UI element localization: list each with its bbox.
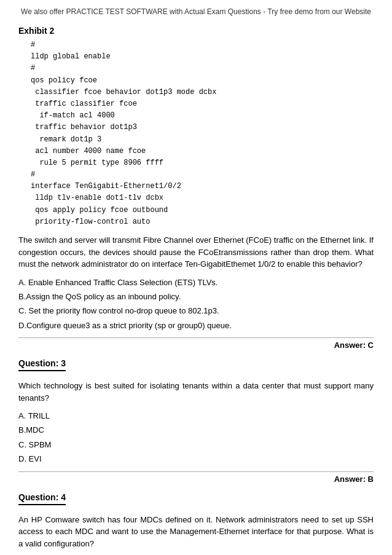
code-line-3: qos policy fcoe — [31, 75, 374, 87]
question3-options: A. TRILL B.MDC C. SPBM D. EVI — [18, 409, 374, 466]
code-line-11: # — [31, 169, 374, 181]
code-line-2: # — [31, 63, 374, 74]
code-line-15: priority-flow-control auto — [31, 216, 374, 228]
question3-header: Question: 3 — [18, 358, 66, 371]
q2-option-a: A. Enable Enhanced Traffic Class Selecti… — [18, 275, 374, 289]
code-line-14: qos apply policy fcoe outbound — [31, 205, 374, 216]
q2-option-b: B.Assign the QoS policy as an inbound po… — [18, 289, 374, 304]
top-banner: We also offer PRACTICE TEST SOFTWARE wit… — [18, 5, 374, 21]
question4-header: Question: 4 — [18, 492, 66, 505]
q3-option-a: A. TRILL — [18, 409, 374, 423]
page-container: We also offer PRACTICE TEST SOFTWARE wit… — [0, 0, 392, 555]
exhibit-label: Exhibit 2 — [18, 26, 374, 36]
banner-text: We also offer PRACTICE TEST SOFTWARE wit… — [21, 7, 371, 16]
code-line-8: remark dot1p 3 — [31, 134, 374, 146]
question4-body: An HP Comware switch has four MDCs defin… — [18, 514, 374, 550]
question2-options: A. Enable Enhanced Traffic Class Selecti… — [18, 275, 374, 333]
question3-answer: Answer: B — [18, 471, 374, 484]
answer2-text: Answer: C — [334, 340, 374, 350]
code-line-6: if-match acl 4000 — [31, 110, 374, 122]
q3-option-c: C. SPBM — [18, 438, 374, 452]
code-line-9: acl number 4000 name fcoe — [31, 146, 374, 157]
code-line-0: # — [31, 39, 374, 51]
code-line-1: lldp global enable — [31, 51, 374, 63]
code-line-12: interface TenGigabit-Ethernet1/0/2 — [31, 181, 374, 192]
question3-body: Which technology is best suited for isol… — [18, 380, 374, 404]
code-line-5: traffic classifier fcoe — [31, 98, 374, 110]
q2-option-d: D.Configure queue3 as a strict priority … — [18, 318, 374, 333]
code-line-7: traffic behavior dot1p3 — [31, 122, 374, 133]
question2-body: The switch and server will transmit Fibr… — [18, 234, 374, 270]
q3-option-d: D. EVI — [18, 452, 374, 466]
code-line-4: classifier fcoe behavior dot1p3 mode dcb… — [31, 87, 374, 98]
q3-option-b: B.MDC — [18, 423, 374, 437]
code-block: # lldp global enable # qos policy fcoe c… — [31, 39, 374, 228]
answer3-text: Answer: B — [334, 474, 374, 484]
code-line-13: lldp tlv-enable dot1-tlv dcbx — [31, 192, 374, 204]
q2-option-c: C. Set the priority flow control no-drop… — [18, 304, 374, 318]
code-line-10: rule 5 permit type 8906 ffff — [31, 157, 374, 169]
question2-answer: Answer: C — [18, 337, 374, 350]
